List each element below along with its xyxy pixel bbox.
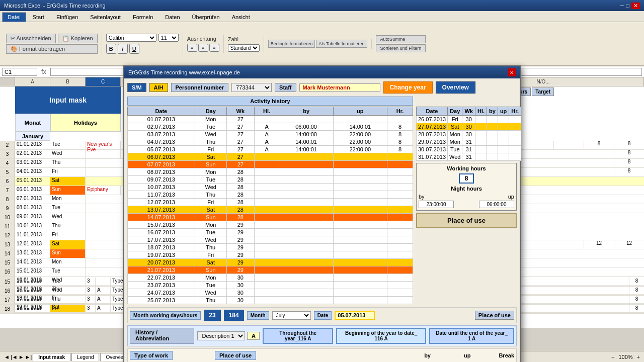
tab-daten[interactable]: Daten [159, 12, 185, 22]
rth-up: up [498, 107, 509, 116]
night-by-input[interactable] [419, 201, 454, 208]
th-hl: Hl. [254, 107, 279, 116]
name-box[interactable] [2, 68, 37, 76]
place-of-use-button[interactable]: Place of use [416, 213, 517, 228]
left-table-row[interactable]: 25.07.2013Thu30 [128, 297, 413, 304]
rth-day: Day [448, 107, 462, 116]
zoom-in-icon[interactable]: + [637, 354, 640, 360]
left-table-row[interactable]: 07.07.2013Sun27 [128, 161, 413, 168]
date-label: Date [314, 311, 332, 320]
maximize-icon[interactable]: □ [626, 3, 629, 9]
change-year-button[interactable]: Change year [383, 81, 433, 94]
sheet-tab-input-mask[interactable]: Input mask [33, 353, 70, 361]
left-activity-table: Date Day Wk Hl. by up Hr. 01.07.2013Mon2… [127, 107, 413, 304]
right-table-row[interactable]: 30.07.2013Tue31 [417, 146, 521, 153]
ah-toggle-button[interactable]: A/H [149, 83, 168, 92]
font-select[interactable]: Calibri [106, 34, 156, 42]
dialog-close-button[interactable]: ✕ [508, 68, 516, 76]
tab-formeln[interactable]: Formeln [127, 12, 158, 22]
tab-seitenlayout[interactable]: Seitenlayout [85, 12, 126, 22]
place-header: Place of use [475, 311, 514, 320]
left-table-row[interactable]: 13.07.2013Sat28 [128, 206, 413, 214]
right-table-row[interactable]: 26.07.2013Fri30 [417, 116, 521, 123]
row-num-1: 2 [0, 141, 15, 149]
abbrev-input[interactable] [247, 332, 260, 340]
autosum-btn[interactable]: AutoSumme [376, 35, 426, 43]
left-table-row[interactable]: 16.07.2013Tue29 [128, 229, 413, 236]
left-table-row[interactable]: 01.07.2013Mon27 [128, 116, 413, 123]
left-table-row[interactable]: 23.07.2013Tue30 [128, 282, 413, 289]
personnel-select[interactable]: 773344 [231, 83, 272, 92]
tab-uberprufen[interactable]: Überprüfen [187, 12, 225, 22]
right-table-row[interactable]: 28.07.2013Mon30 [417, 131, 521, 138]
right-table-row[interactable]: 29.07.2013Mon31 [417, 138, 521, 146]
formula-icon: fx [39, 68, 48, 75]
underline-btn[interactable]: U [129, 44, 139, 54]
left-table-row[interactable]: 18.07.2013Thu29 [128, 244, 413, 251]
zoom-level: 100% [618, 354, 632, 360]
corner-cell [0, 77, 15, 86]
month-select[interactable]: July January February March April May Ju… [272, 311, 311, 320]
left-table-row[interactable]: 19.07.2013Fri29 [128, 251, 413, 259]
tab-ansicht[interactable]: Ansicht [226, 12, 256, 22]
left-table-row[interactable]: 20.07.2013Sat29 [128, 259, 413, 266]
tab-start[interactable]: Start [27, 12, 50, 22]
nav-last-icon[interactable]: ►| [25, 354, 32, 360]
sheet-tab-legend[interactable]: Legend [71, 353, 99, 361]
left-table-row[interactable]: 21.07.2013Sun29 [128, 266, 413, 274]
left-table-row[interactable]: 03.07.2013Wed27A14:00:0022:00:008 [128, 131, 413, 138]
kopieren-btn[interactable]: 📋 Kopieren [58, 34, 98, 43]
working-hours-input[interactable] [459, 173, 474, 184]
date-input[interactable] [335, 311, 375, 320]
left-table-row[interactable]: 15.07.2013Mon29 [128, 221, 413, 229]
bold-btn[interactable]: B [106, 44, 116, 54]
align-center-btn[interactable]: ≡ [198, 44, 208, 52]
night-up-label: up [508, 194, 514, 200]
left-table-row[interactable]: 10.07.2013Wed28 [128, 184, 413, 191]
font-size-select[interactable]: 11 [158, 34, 179, 42]
left-table-row[interactable]: 11.07.2013Thu28 [128, 191, 413, 199]
left-table-row[interactable]: 08.07.2013Mon28 [128, 168, 413, 176]
align-left-btn[interactable]: ≡ [187, 44, 197, 52]
left-table-row[interactable]: 06.07.2013Sat27 [128, 153, 413, 161]
right-table-row[interactable]: 27.07.2013Sat30 [417, 123, 521, 131]
nav-prev-icon[interactable]: ◄ [4, 354, 10, 360]
nav-first-icon[interactable]: |◄ [11, 354, 18, 360]
conditional-format-btn[interactable]: Bedingte formatieren [268, 40, 315, 48]
align-right-btn[interactable]: ≡ [209, 44, 219, 52]
minimize-icon[interactable]: ─ [620, 3, 624, 9]
left-table-row[interactable]: 14.07.2013Sun28 [128, 214, 413, 221]
desc-select[interactable]: Description 1 [197, 331, 245, 340]
number-format-select[interactable]: Standard [228, 44, 260, 52]
month-hours-display: 184 [224, 310, 244, 321]
staff-input[interactable] [299, 83, 380, 92]
left-table-row[interactable]: 17.07.2013Wed29 [128, 236, 413, 244]
left-table-row[interactable]: 05.07.2013Fri27A14:00:0122:00:008 [128, 146, 413, 153]
left-table-row[interactable]: 04.07.2013Thu27A14:00:0122:00:008 [128, 138, 413, 146]
close-icon[interactable]: ✕ [631, 3, 640, 9]
nav-next-icon[interactable]: ► [19, 354, 24, 360]
tab-datei[interactable]: Datei [2, 12, 26, 22]
right-table-row[interactable]: 31.07.2013Wed31 [417, 153, 521, 161]
th-wk: Wk [226, 107, 254, 116]
left-table-row[interactable]: 12.07.2013Fri28 [128, 199, 413, 206]
overview-button[interactable]: Overview [436, 81, 475, 94]
beginning-year-label: Beginning of the year to date_ 116 A [336, 328, 426, 344]
table-format-btn[interactable]: Als Tabelle formatieren [316, 40, 367, 48]
sort-btn[interactable]: Sortieren und Filtern [376, 44, 426, 52]
working-hours-section-label: Working hours [419, 165, 514, 171]
left-table-row[interactable]: 02.07.2013Tue27A06:00:0014:00:018 [128, 123, 413, 131]
left-table-row[interactable]: 22.07.2013Mon30 [128, 274, 413, 282]
italic-btn[interactable]: I [118, 44, 128, 54]
zoom-out-icon[interactable]: − [611, 354, 614, 360]
left-table-row[interactable]: 24.07.2013Wed30 [128, 289, 413, 297]
format-btn[interactable]: 🎨 Format übertragen [6, 44, 98, 54]
tab-einfugen[interactable]: Einfügen [51, 12, 84, 22]
history-abbrev-label: History / Abbreviation [130, 328, 194, 344]
place-of-use-header: Place of use [215, 351, 256, 360]
ausschneiden-btn[interactable]: ✂ Ausschneiden [6, 34, 56, 43]
type-of-work-header: Type of work [130, 351, 173, 360]
sm-toggle-button[interactable]: S/M [127, 83, 146, 92]
left-table-row[interactable]: 09.07.2013Tue28 [128, 176, 413, 184]
night-up-input[interactable] [479, 201, 514, 208]
